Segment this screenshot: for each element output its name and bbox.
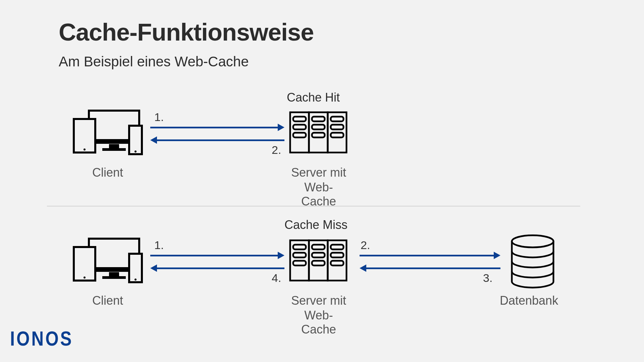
svg-rect-6 [129,126,142,154]
svg-rect-26 [129,254,142,282]
svg-point-27 [135,279,137,281]
svg-rect-33 [293,261,306,265]
arrow-left-icon [366,267,500,269]
miss-client-label: Client [92,294,123,308]
svg-point-25 [84,277,86,279]
svg-rect-39 [331,261,343,265]
svg-rect-22 [109,272,119,276]
hit-header: Cache Hit [287,90,340,105]
arrowhead-right-icon [278,252,284,259]
svg-rect-15 [312,125,325,129]
hit-server-label-2: Web-Cache [288,180,349,208]
svg-rect-2 [109,144,119,148]
page-title: Cache-Funktionsweise [59,18,314,46]
svg-rect-36 [312,261,325,265]
svg-rect-32 [293,253,306,257]
svg-point-7 [135,150,137,153]
arrowhead-right-icon [278,124,284,131]
arrow-right-icon [150,127,278,128]
hit-server-label-1: Server mit [288,166,349,180]
svg-rect-3 [102,148,126,151]
svg-rect-4 [74,119,95,153]
svg-rect-12 [293,125,306,129]
miss-db-label: Datenbank [500,294,558,308]
miss-step-3: 3. [483,272,492,285]
arrowhead-left-icon [360,264,366,272]
divider [47,206,580,206]
svg-rect-18 [331,125,343,129]
server-rack-icon [288,111,349,154]
arrowhead-left-icon [150,264,157,272]
svg-rect-31 [293,245,306,249]
arrowhead-left-icon [150,136,157,144]
miss-step-4: 4. [272,272,281,285]
svg-rect-24 [74,247,95,281]
diagram-canvas: Cache-Funktionsweise Am Beispiel eines W… [0,0,644,362]
hit-client-label: Client [92,166,123,180]
arrow-left-icon [157,139,284,141]
arrowhead-right-icon [494,252,500,259]
brand-logo: IONOS [10,326,73,350]
hit-step-2: 2. [272,143,281,157]
svg-rect-14 [312,117,325,121]
svg-rect-19 [331,133,343,137]
client-devices-icon [70,235,144,286]
svg-rect-37 [331,245,343,249]
arrow-right-icon [150,255,278,256]
miss-step-2: 2. [361,239,370,252]
svg-rect-34 [312,245,325,249]
svg-rect-23 [102,276,126,279]
svg-rect-17 [331,117,343,121]
database-icon [509,234,556,291]
svg-rect-38 [331,253,343,257]
miss-server-label-1: Server mit [288,294,349,308]
miss-header: Cache Miss [284,218,347,232]
svg-rect-35 [312,253,325,257]
miss-step-1: 1. [154,239,164,252]
svg-rect-16 [312,133,325,137]
arrow-right-icon [360,255,494,256]
hit-step-1: 1. [154,111,164,124]
client-devices-icon [70,107,144,158]
svg-point-40 [512,235,553,247]
page-subtitle: Am Beispiel eines Web-Cache [59,54,249,70]
server-rack-icon [288,239,349,282]
svg-point-5 [84,148,86,150]
arrow-left-icon [157,267,284,269]
miss-server-label-2: Web-Cache [288,308,349,337]
svg-rect-13 [293,133,306,137]
svg-rect-11 [293,117,306,121]
